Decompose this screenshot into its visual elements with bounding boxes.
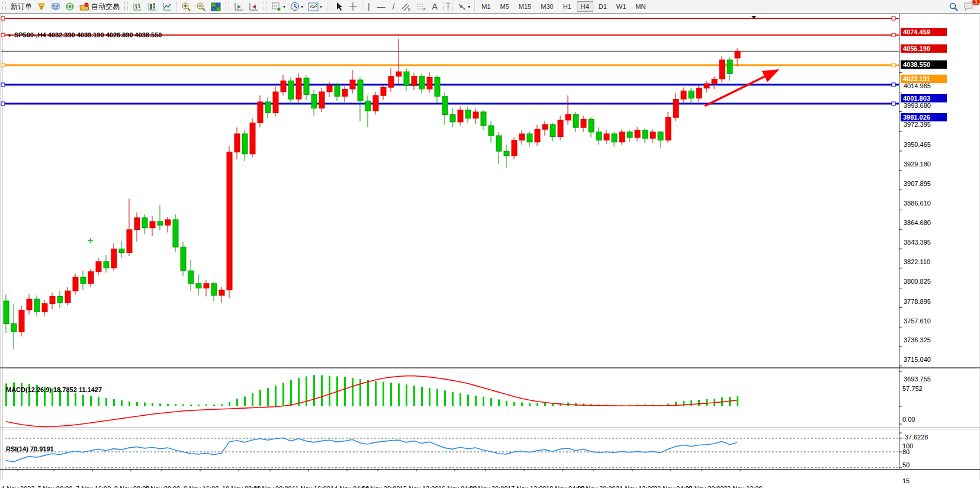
trend-arrow-annotation[interactable] (705, 71, 776, 106)
timeframe-mn[interactable]: MN (631, 1, 650, 12)
crosshair-icon (348, 2, 358, 11)
autotrading-button[interactable]: 自动交易 (77, 1, 122, 12)
timeframe-h4[interactable]: H4 (577, 1, 593, 12)
time-axis-label: 8 Nov 08:00 (114, 485, 149, 488)
candlestick-chart-button[interactable] (145, 1, 160, 12)
toolbar-drag-handle[interactable] (124, 2, 128, 11)
indicators-add-icon (272, 2, 282, 11)
channel-tool[interactable]: E (399, 1, 413, 12)
indicators-button[interactable]: ▾ (269, 1, 288, 12)
crosshair-button[interactable] (346, 1, 360, 12)
zoom-in-icon (181, 2, 191, 11)
metatrader-window: 新订单 自动交易 (0, 0, 980, 488)
price-tick-label: 4014.965 (904, 82, 931, 89)
time-axis-label: 11 Nov 00:00 (253, 485, 292, 488)
auto-scroll-icon (234, 2, 244, 11)
time-axis-label: 9 Nov 16:00 (184, 485, 219, 488)
vertical-line-tool[interactable]: | (364, 1, 374, 12)
price-tick-label: 3907.895 (904, 180, 931, 187)
bar-chart-icon (133, 2, 143, 11)
time-axis-label: 21 Nov 12:00 (616, 485, 654, 488)
tile-windows-button[interactable] (208, 1, 223, 12)
horizontal-line-tool[interactable]: — (374, 1, 389, 12)
level-price-badge: 4074.459 (901, 28, 947, 36)
text-tool[interactable]: A (429, 1, 441, 12)
search-button[interactable] (946, 1, 961, 12)
notifications-button[interactable]: 1 (961, 1, 976, 12)
chevron-down-icon: ▾ (301, 4, 303, 9)
arrows-tool[interactable]: ▾ (455, 1, 473, 12)
timeframe-m1[interactable]: M1 (477, 1, 494, 12)
zoom-out-icon (196, 2, 206, 11)
time-axis-label: 22 Nov 20:00 (685, 485, 724, 488)
rsi-label: RSI(14) 70.9191 (6, 445, 54, 452)
templates-button[interactable]: ▾ (306, 1, 324, 12)
zoom-out-button[interactable] (194, 1, 208, 12)
macd-scale-min: -37.6228 (902, 434, 928, 441)
horizontal-level-lines[interactable] (1, 17, 899, 105)
macd-signal-line (6, 376, 737, 427)
text-tool-icon: A (432, 2, 438, 11)
market-icon (37, 2, 46, 11)
tile-windows-icon (211, 2, 221, 11)
bid-price-badge: 4038.550 (901, 60, 947, 69)
equidistant-channel-icon: E (401, 2, 411, 11)
vertical-line-icon: | (368, 2, 370, 11)
price-tick-label: 3929.180 (904, 160, 931, 168)
chart-title-text: SP500-,H4 4032.390 4039.190 4026.890 403… (14, 31, 162, 38)
line-chart-button[interactable] (160, 1, 175, 12)
fibonacci-tool[interactable]: F (413, 1, 429, 12)
periods-button[interactable]: ▾ (288, 1, 306, 12)
macd-histogram (5, 375, 738, 406)
timeframe-h1[interactable]: H1 (559, 1, 576, 12)
metaeditor-icon (51, 2, 60, 11)
signals-icon (65, 2, 75, 11)
svg-text:E: E (408, 8, 410, 11)
label-tool[interactable]: T (441, 1, 455, 12)
rsi-scale-label: 50 (902, 461, 910, 468)
templates-icon (308, 2, 319, 11)
toolbar-separator (176, 1, 177, 12)
chart-surface[interactable]: ▼SP500-,H4 4032.390 4039.190 4026.890 40… (0, 14, 980, 488)
price-tick-label: 3843.395 (904, 239, 931, 246)
auto-scroll-button[interactable] (232, 1, 246, 12)
notification-badge: 1 (972, 0, 980, 5)
price-tick-label: 3864.680 (904, 219, 931, 226)
new-order-button[interactable]: 新订单 (8, 1, 34, 12)
timeframe-w1[interactable]: W1 (612, 1, 631, 12)
timeframe-m15[interactable]: M15 (515, 1, 535, 12)
new-order-label: 新订单 (11, 2, 32, 12)
svg-text:F: F (423, 8, 426, 11)
price-tick-label: 3736.325 (904, 336, 931, 343)
search-icon (949, 2, 959, 12)
chart-shift-icon (249, 2, 259, 11)
zoom-in-button[interactable] (179, 1, 194, 12)
trendline-tool[interactable]: / (389, 1, 399, 12)
time-axis-label: 15 Nov 12:00 (400, 485, 438, 488)
symbol-dropdown-icon: ▼ (7, 33, 12, 38)
chevron-down-icon: ▾ (468, 4, 470, 9)
time-axis-label: 4 Nov 2022 (1, 485, 34, 488)
cursor-button[interactable] (333, 1, 346, 12)
chart-canvas (0, 14, 980, 488)
toolbar-drag-handle[interactable] (226, 2, 229, 11)
chevron-down-icon: ▾ (283, 4, 285, 9)
toolbar-drag-handle[interactable] (2, 2, 6, 11)
bar-chart-button[interactable] (130, 1, 145, 12)
timeframe-d1[interactable]: D1 (595, 1, 611, 12)
price-tick-label: 3693.755 (904, 375, 931, 383)
time-axis-label: 23 Nov 12:00 (724, 485, 762, 488)
timeframe-m30[interactable]: M30 (536, 1, 557, 12)
chart-shift-button[interactable] (246, 1, 261, 12)
clock-icon (290, 2, 300, 11)
toolbar-drag-handle[interactable] (327, 2, 330, 11)
market-button[interactable] (34, 1, 49, 12)
toolbar-drag-handle[interactable] (264, 2, 267, 11)
axis-ticks (18, 73, 902, 471)
signals-button[interactable] (63, 1, 77, 12)
metaeditor-button[interactable] (49, 1, 63, 12)
time-axis-label: 9 Nov 00:00 (145, 485, 180, 488)
arrow-shapes-icon (457, 2, 467, 11)
level-price-badge: 3981.026 (901, 113, 947, 121)
timeframe-m5[interactable]: M5 (496, 1, 513, 12)
